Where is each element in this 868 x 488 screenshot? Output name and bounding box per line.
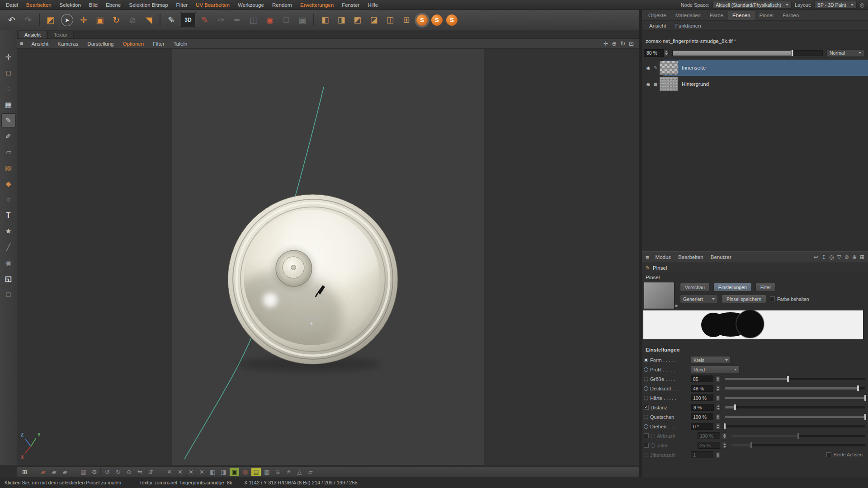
manager-tab[interactable]: Objekte bbox=[644, 11, 671, 20]
toolbar-divider[interactable] bbox=[313, 14, 314, 26]
lasso-select-icon[interactable]: ◌ bbox=[1, 82, 16, 96]
keyframe-circle-icon[interactable] bbox=[644, 358, 648, 362]
mirror-x-icon[interactable]: ⇋ bbox=[135, 468, 145, 476]
layer-name[interactable]: Innenseite bbox=[682, 65, 706, 70]
snap-grid-icon[interactable]: ⊞ bbox=[20, 468, 29, 476]
delete-a-icon[interactable]: ✕ bbox=[165, 468, 174, 476]
viewport-tab[interactable]: Ansicht bbox=[18, 31, 47, 38]
history-back-icon[interactable]: ↩ bbox=[814, 254, 818, 260]
manager-tab[interactable]: Farbe bbox=[705, 11, 728, 20]
zoom-view-icon[interactable]: ⊕ bbox=[612, 40, 617, 47]
magnet-icon[interactable]: ⊖ bbox=[124, 468, 134, 476]
delete-c-icon[interactable]: ✕ bbox=[186, 468, 196, 476]
axis-lock-icon[interactable]: ⊘ bbox=[125, 12, 140, 28]
star-shape-tool-icon[interactable]: ★ bbox=[1, 224, 16, 238]
both-axes-option[interactable]: Beide Achsen bbox=[826, 452, 863, 457]
uv-cube-top-icon[interactable]: ◨ bbox=[334, 12, 349, 28]
mirror-y-icon[interactable]: ⇵ bbox=[146, 468, 156, 476]
scale-tool[interactable]: ▣ bbox=[92, 12, 108, 28]
spinner-arrows[interactable] bbox=[722, 442, 727, 449]
transform-tool-icon[interactable]: ✛ bbox=[1, 50, 16, 64]
brush-tip-preview[interactable] bbox=[644, 282, 675, 309]
menu-item[interactable]: Erweiterungen bbox=[296, 0, 338, 10]
preview-expand-icon[interactable]: ▶ bbox=[675, 304, 678, 308]
spinner-arrows[interactable] bbox=[715, 394, 720, 401]
menu-item[interactable]: Datei bbox=[2, 0, 22, 10]
mesh-icon[interactable]: △ bbox=[295, 468, 304, 476]
layer-aux-icon[interactable]: ✎ bbox=[652, 66, 659, 70]
menu-item[interactable]: Bild bbox=[85, 0, 102, 10]
paint-brush-tool-icon[interactable]: ✎ bbox=[1, 113, 16, 127]
checker-bg-icon[interactable]: ▦ bbox=[79, 468, 88, 476]
keyframe-circle-icon[interactable] bbox=[644, 424, 648, 429]
paint-brush-tool[interactable]: ✎ bbox=[164, 12, 179, 28]
keyframe-circle-icon[interactable] bbox=[644, 453, 648, 457]
viewport-canvas[interactable]: Y Z X bbox=[17, 49, 639, 465]
search-icon[interactable]: ◎ bbox=[860, 2, 864, 8]
layer-row[interactable]: ◉ ✎ Innenseite bbox=[642, 60, 868, 76]
parent-up-icon[interactable]: ↥ bbox=[821, 254, 826, 260]
bar-spacer[interactable] bbox=[31, 468, 37, 476]
bodypaint-wizard-icon[interactable]: S bbox=[416, 14, 428, 26]
layer-thumbnail[interactable] bbox=[659, 61, 678, 75]
menu-item[interactable]: Bearbeiten bbox=[22, 0, 56, 10]
brush-view-button[interactable]: Einstellungen bbox=[713, 283, 752, 291]
attribute-number-field[interactable]: 100 % bbox=[691, 413, 713, 420]
layer-half-b-icon[interactable]: ◨ bbox=[219, 468, 228, 476]
spinner-arrows[interactable] bbox=[722, 432, 727, 439]
bodypaint-material-icon[interactable]: S bbox=[446, 14, 458, 26]
hamburger-icon[interactable]: ≡ bbox=[20, 40, 24, 47]
raybrush-paint-icon[interactable]: ▣ bbox=[295, 12, 310, 28]
add-icon[interactable]: ⊕ bbox=[852, 254, 857, 260]
keyframe-circle-icon[interactable] bbox=[644, 367, 648, 372]
attribute-slider[interactable] bbox=[731, 435, 865, 437]
search-icon[interactable]: ◎ bbox=[829, 254, 834, 260]
line-tool-icon[interactable]: ╱ bbox=[1, 240, 16, 254]
spinner-arrows[interactable] bbox=[715, 385, 720, 392]
manager-tab[interactable]: Ebenen bbox=[728, 11, 755, 20]
hamburger-icon[interactable]: ≡ bbox=[646, 254, 649, 261]
keep-color-option[interactable]: Farbe behalten bbox=[770, 296, 809, 302]
save-brush-button[interactable]: Pinsel speichern bbox=[722, 295, 766, 303]
colorpicker-tool-icon[interactable]: ◉ bbox=[1, 256, 16, 270]
opacity-slider[interactable] bbox=[672, 50, 823, 56]
keyframe-circle-icon[interactable] bbox=[651, 434, 655, 438]
node-space-select[interactable]: Aktuell (Standard/Physikalisch) bbox=[712, 1, 792, 9]
attribute-slider[interactable] bbox=[725, 397, 865, 399]
menu-item[interactable]: UV Bearbeiten bbox=[192, 0, 234, 10]
keyframe-circle-icon[interactable] bbox=[644, 386, 648, 391]
uv-cube-flat-icon[interactable]: ⊞ bbox=[399, 12, 414, 28]
attribute-slider[interactable] bbox=[725, 425, 865, 427]
keyframe-circle-icon[interactable] bbox=[644, 396, 648, 400]
layout-select[interactable]: BP - 3D Paint bbox=[814, 1, 856, 9]
keyframe-circle-icon[interactable] bbox=[651, 443, 655, 448]
manager-subtab[interactable]: Ansicht bbox=[646, 23, 670, 28]
stamp-mode-icon[interactable]: ▰ bbox=[49, 468, 59, 476]
spinner-arrows[interactable] bbox=[715, 413, 720, 420]
blend-mode-select[interactable]: Normal bbox=[826, 49, 864, 57]
uv-cube-front-icon[interactable]: ◪ bbox=[366, 12, 382, 28]
attribute-select[interactable]: Rund bbox=[691, 366, 740, 373]
layer-aux-icon[interactable]: ▦ bbox=[652, 82, 659, 86]
attribute-number-field[interactable]: 1 bbox=[691, 451, 713, 458]
attribute-tab[interactable]: Modus bbox=[652, 254, 675, 260]
slider-handle[interactable] bbox=[857, 385, 859, 391]
uv-cube-side-icon[interactable]: ◩ bbox=[350, 12, 365, 28]
menu-item[interactable]: Selektion Bitmap bbox=[125, 0, 172, 10]
manager-tab[interactable]: Pinsel bbox=[755, 11, 778, 20]
paint-mode-icon[interactable]: ▰ bbox=[38, 468, 48, 476]
eraser-tool-icon[interactable]: ▱ bbox=[1, 145, 16, 159]
spinner-arrows[interactable] bbox=[715, 375, 720, 382]
attribute-number-field[interactable]: 100 % bbox=[691, 394, 713, 401]
settings-gear-icon[interactable]: ⚙ bbox=[90, 468, 99, 476]
attribute-number-field[interactable]: 48 % bbox=[691, 385, 713, 392]
mirror-paint-tool[interactable]: ◫ bbox=[246, 12, 261, 28]
visibility-eye-icon[interactable]: ◉ bbox=[645, 66, 652, 70]
rotate-tool[interactable]: ↻ bbox=[108, 12, 124, 28]
menu-item[interactable]: Hilfe bbox=[363, 0, 382, 10]
pan-view-icon[interactable]: ✛ bbox=[603, 40, 608, 47]
active-paint-layer-icon[interactable]: ▣ bbox=[230, 468, 239, 476]
menu-item[interactable]: Filter bbox=[172, 0, 192, 10]
attribute-tab[interactable]: Bearbeiten bbox=[675, 254, 707, 260]
menu-item[interactable]: Rendern bbox=[268, 0, 296, 10]
